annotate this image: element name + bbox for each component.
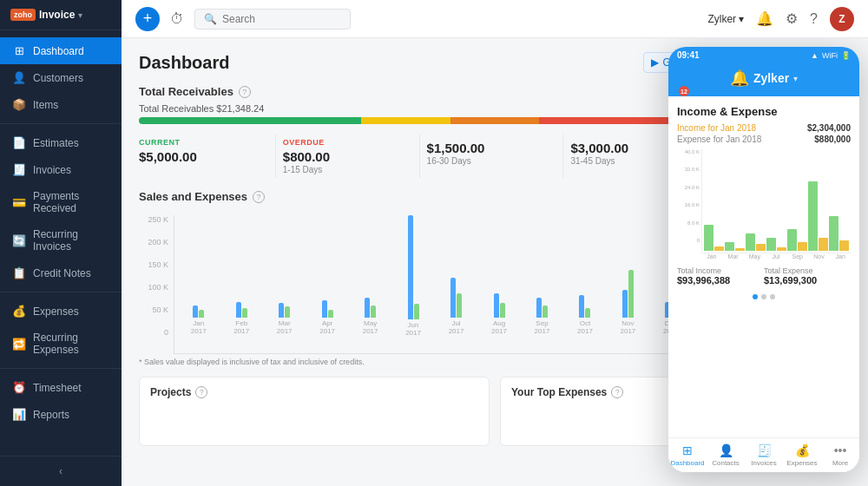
sidebar-chevron-icon: ▾ — [78, 10, 82, 20]
sidebar-item-customers[interactable]: 👤Customers — [0, 64, 122, 91]
mobile-income-row: Income for Jan 2018 $2,304,000 — [677, 123, 851, 133]
y-axis-label: 100 K — [148, 283, 168, 292]
sidebar-item-expenses[interactable]: 💰Expenses — [0, 298, 122, 325]
recurring-expenses-icon: 🔁 — [12, 338, 26, 351]
mobile-total-row: Total Income $93,996,388 Total Expense $… — [677, 266, 851, 286]
timesheet-icon: ⏰ — [12, 381, 26, 394]
search-input[interactable] — [222, 13, 335, 25]
mobile-income-value: $2,304,000 — [807, 123, 851, 133]
dashboard-icon: ⊞ — [12, 44, 26, 57]
sales-bar — [408, 215, 413, 319]
month-group: Sep2017 — [522, 215, 562, 336]
chart-bars: Jan2017 Feb2017 Mar2017 Apr2017 May2017 … — [174, 215, 738, 354]
sidebar-collapse[interactable]: ‹ — [0, 456, 122, 486]
sales-bar — [494, 293, 499, 318]
top-expenses-info-icon[interactable]: ? — [611, 386, 623, 398]
sidebar-item-reports[interactable]: 📊Reports — [0, 401, 122, 428]
y-axis-label: 250 K — [148, 215, 168, 224]
expense-bar — [457, 293, 462, 318]
expenses-icon: 💰 — [12, 305, 26, 318]
month-label: May2017 — [363, 320, 378, 336]
sidebar-item-label: Expenses — [33, 305, 79, 318]
sales-bar — [579, 295, 584, 318]
sidebar-logo[interactable]: zoho Invoice ▾ — [10, 9, 82, 21]
mobile-header: 🔔 12 Zylker ▾ — [668, 63, 859, 96]
sales-title-row: Sales and Expenses ? — [139, 190, 265, 203]
topbar-right: Zylker ▾ 🔔 ⚙ ? Z — [707, 7, 854, 31]
sidebar-item-payments[interactable]: 💳Payments Received — [0, 183, 122, 221]
month-label: Jan2017 — [191, 320, 207, 336]
month-group: Oct2017 — [564, 215, 605, 336]
mobile-app-name: Zylker — [753, 71, 789, 85]
sidebar-item-dashboard[interactable]: ⊞Dashboard — [0, 37, 122, 64]
mobile-nav-more[interactable]: •••More — [821, 438, 859, 472]
month-bars — [392, 215, 433, 319]
items-icon: 📦 — [12, 98, 26, 111]
collapse-icon[interactable]: ‹ — [59, 465, 62, 477]
receivables-column: CURRENT $5,000.00 — [139, 135, 276, 178]
mobile-expense-label: Expense for Jan 2018 — [677, 135, 761, 144]
mobile-total-income: Total Income $93,996,388 — [677, 266, 764, 286]
payments-icon: 💳 — [12, 196, 26, 209]
month-label: Jun2017 — [405, 322, 421, 338]
month-group: Jun2017 — [392, 215, 433, 336]
notification-icon[interactable]: 🔔 — [756, 10, 773, 27]
mobile-nav-contacts[interactable]: 👤Contacts — [707, 438, 745, 472]
sidebar-item-label: Reports — [33, 409, 69, 421]
user-menu[interactable]: Zylker ▾ — [707, 13, 744, 25]
page-title: Dashboard — [139, 53, 229, 73]
month-group: Feb2017 — [220, 215, 261, 336]
sidebar-item-estimates[interactable]: 📄Estimates — [0, 129, 122, 156]
sidebar-item-label: Items — [33, 99, 58, 111]
search-icon: 🔍 — [204, 13, 217, 25]
play-icon: ▶ — [651, 56, 659, 69]
month-bars — [220, 215, 261, 318]
expense-bar — [371, 305, 376, 318]
sidebar-item-recurring-invoices[interactable]: 🔄Recurring Invoices — [0, 221, 122, 259]
sales-bar — [193, 305, 198, 318]
receivables-title: Total Receivables — [139, 85, 233, 98]
month-label: Feb2017 — [233, 320, 249, 336]
mobile-overlay: 09:41 ▲WiFi🔋 🔔 12 Zylker ▾ Income & Expe… — [668, 47, 859, 472]
dot-2 — [761, 294, 766, 299]
receivables-info-icon[interactable]: ? — [239, 86, 251, 98]
expense-bar — [285, 306, 290, 318]
month-group: Nov2017 — [608, 215, 648, 336]
mobile-notification-badge: 12 — [679, 86, 689, 96]
month-bars — [522, 215, 562, 318]
settings-icon[interactable]: ⚙ — [786, 10, 798, 27]
history-icon[interactable]: ⏱ — [170, 11, 184, 27]
month-group: May2017 — [350, 215, 391, 336]
sidebar-item-recurring-expenses[interactable]: 🔁Recurring Expenses — [0, 325, 122, 363]
mobile-nav-expenses[interactable]: 💰Expenses — [783, 438, 821, 472]
sales-bar — [450, 278, 456, 318]
month-group: Jul2017 — [436, 215, 477, 336]
receivables-column: $1,500.00 16-30 Days — [420, 135, 564, 178]
customers-icon: 👤 — [12, 71, 26, 84]
y-axis: 250 K200 K150 K100 K50 K0 — [139, 215, 174, 354]
invoices-icon: 🧾 — [12, 163, 26, 176]
add-button[interactable]: + — [135, 7, 160, 31]
sidebar-item-label: Credit Notes — [33, 267, 91, 279]
sidebar-item-credit-notes[interactable]: 📋Credit Notes — [0, 259, 122, 286]
avatar[interactable]: Z — [830, 7, 854, 31]
main-area: + ⏱ 🔍 Zylker ▾ 🔔 ⚙ ? Z Dashboard ▶ Getti… — [122, 0, 868, 486]
sidebar-item-items[interactable]: 📦Items — [0, 91, 122, 118]
sidebar-item-invoices[interactable]: 🧾Invoices — [0, 156, 122, 183]
month-bars — [350, 215, 391, 318]
help-icon[interactable]: ? — [810, 11, 818, 27]
mobile-expense-row: Expense for Jan 2018 $880,000 — [677, 135, 851, 144]
sidebar-item-timesheet[interactable]: ⏰Timesheet — [0, 374, 122, 401]
mobile-nav-invoices[interactable]: 🧾Invoices — [745, 438, 783, 472]
sales-bar — [279, 303, 284, 318]
sales-bar — [622, 290, 628, 318]
zoho-logo: zoho — [10, 9, 36, 21]
projects-header: Projects ? — [150, 386, 478, 398]
content-area: Dashboard ▶ Getting Started 🎁 Refer a Fr… — [122, 38, 868, 486]
projects-info-icon[interactable]: ? — [195, 386, 207, 398]
search-bar: 🔍 — [194, 9, 351, 30]
sales-info-icon[interactable]: ? — [253, 191, 265, 203]
mobile-nav-dashboard[interactable]: ⊞Dashboard — [668, 438, 707, 472]
month-bars — [178, 215, 219, 318]
month-bars — [306, 215, 347, 318]
